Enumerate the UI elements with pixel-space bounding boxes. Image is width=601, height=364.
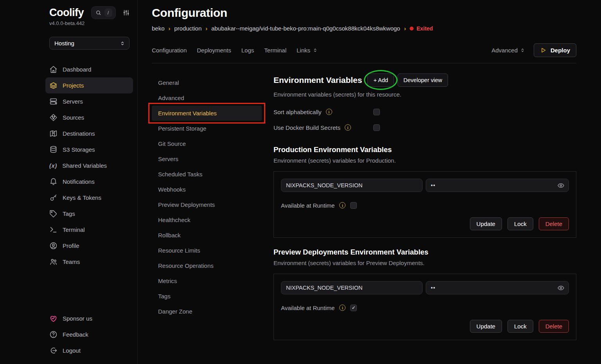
sidebar-item-tags[interactable]: Tags bbox=[45, 206, 133, 222]
sidebar-item-label: Sponsor us bbox=[63, 315, 92, 322]
breadcrumb: beko › production › abubakar--meigag/vid… bbox=[152, 25, 576, 32]
sidebar-item-label: Servers bbox=[63, 98, 83, 105]
sidebar-item-s3-storages[interactable]: S3 Storages bbox=[45, 142, 133, 158]
sidebar-item-feedback[interactable]: Feedback bbox=[45, 326, 133, 342]
sidebar-item-label: Dashboard bbox=[63, 66, 91, 73]
sidebar-item-teams[interactable]: Teams bbox=[45, 254, 133, 270]
delete-button[interactable]: Delete bbox=[539, 320, 569, 333]
sliders-icon[interactable] bbox=[123, 9, 130, 16]
subnav-item-preview-deployments[interactable]: Preview Deployments bbox=[152, 197, 262, 212]
breadcrumb-resource[interactable]: abubakar--meigag/vid-tube-beko-pro:main-… bbox=[211, 25, 400, 32]
info-icon[interactable] bbox=[339, 202, 345, 208]
terminal-icon bbox=[49, 226, 58, 234]
tab-configuration[interactable]: Configuration bbox=[152, 47, 187, 54]
available-at-runtime-row: Available at Runtime bbox=[281, 199, 569, 212]
server-icon bbox=[49, 97, 58, 106]
tab-links-label: Links bbox=[297, 47, 310, 54]
add-button[interactable]: + Add bbox=[367, 74, 394, 87]
sidebar-item-notifications[interactable]: Notifications bbox=[45, 174, 133, 190]
subnav-item-resource-operations[interactable]: Resource Operations bbox=[152, 258, 262, 273]
sidebar-item-dashboard[interactable]: Dashboard bbox=[45, 61, 133, 77]
tabs: Configuration Deployments Logs Terminal … bbox=[152, 47, 318, 54]
lock-button[interactable]: Lock bbox=[507, 217, 533, 230]
tab-terminal[interactable]: Terminal bbox=[264, 47, 286, 54]
update-button[interactable]: Update bbox=[470, 320, 502, 333]
breadcrumb-environment[interactable]: production bbox=[174, 25, 202, 32]
subnav-item-healthcheck[interactable]: Healthcheck bbox=[152, 212, 262, 228]
tab-logs[interactable]: Logs bbox=[241, 47, 254, 54]
sidebar-item-label: S3 Storages bbox=[63, 146, 95, 153]
sidebar-item-terminal[interactable]: Terminal bbox=[45, 222, 133, 238]
sort-alphabetically-checkbox[interactable] bbox=[373, 109, 380, 115]
tab-deployments[interactable]: Deployments bbox=[197, 47, 231, 54]
chevron-updown-icon bbox=[313, 48, 318, 53]
reveal-value-button[interactable] bbox=[554, 282, 567, 294]
question-circle-icon bbox=[49, 330, 58, 339]
sidebar: Coolify / v4.0.0-beta.442 Hosting Dashbo… bbox=[0, 0, 138, 364]
sidebar-item-projects[interactable]: Projects bbox=[45, 77, 133, 93]
info-icon[interactable] bbox=[326, 109, 332, 115]
subnav-item-webhooks[interactable]: Webhooks bbox=[152, 182, 262, 197]
sidebar-item-profile[interactable]: Profile bbox=[45, 238, 133, 254]
env-var-card-preview: Available at Runtime Update Lock Delete bbox=[274, 274, 576, 340]
info-icon[interactable] bbox=[339, 305, 345, 311]
docker-build-secrets-checkbox[interactable] bbox=[373, 124, 380, 131]
available-at-runtime-checkbox[interactable] bbox=[350, 305, 357, 311]
eye-icon bbox=[557, 182, 565, 189]
advanced-dropdown[interactable]: Advanced bbox=[491, 47, 525, 54]
subnav-item-git-source[interactable]: Git Source bbox=[152, 136, 262, 151]
eye-icon bbox=[557, 284, 565, 292]
sort-alphabetically-row: Sort alphabetically bbox=[274, 104, 576, 120]
sidebar-item-destinations[interactable]: Destinations bbox=[45, 126, 133, 142]
subnav-item-metrics[interactable]: Metrics bbox=[152, 273, 262, 289]
heart-hands-icon bbox=[49, 314, 58, 323]
subnav-item-scheduled-tasks[interactable]: Scheduled Tasks bbox=[152, 167, 262, 182]
update-button[interactable]: Update bbox=[470, 217, 502, 230]
chevron-right-icon: › bbox=[404, 25, 406, 32]
sidebar-item-shared-variables[interactable]: (x) Shared Variables bbox=[45, 158, 133, 174]
sidebar-item-servers[interactable]: Servers bbox=[45, 93, 133, 109]
delete-button[interactable]: Delete bbox=[539, 217, 569, 230]
sidebar-item-sources[interactable]: Sources bbox=[45, 109, 133, 126]
sidebar-item-logout[interactable]: Logout bbox=[45, 342, 133, 359]
info-icon[interactable] bbox=[345, 124, 351, 131]
team-select[interactable]: Hosting bbox=[49, 37, 130, 50]
sidebar-item-label: Feedback bbox=[63, 331, 88, 338]
subnav-item-servers[interactable]: Servers bbox=[152, 151, 262, 167]
subnav-item-tags[interactable]: Tags bbox=[152, 289, 262, 304]
subnav-item-rollback[interactable]: Rollback bbox=[152, 228, 262, 243]
env-key-input[interactable] bbox=[281, 281, 423, 294]
env-value-input[interactable] bbox=[426, 179, 569, 192]
bell-icon bbox=[49, 178, 58, 186]
subnav-item-advanced[interactable]: Advanced bbox=[152, 90, 262, 106]
lock-button[interactable]: Lock bbox=[507, 320, 533, 333]
available-at-runtime-row: Available at Runtime bbox=[281, 301, 569, 314]
subnav-item-environment-variables[interactable]: Environment Variables bbox=[152, 106, 262, 121]
sidebar-item-keys-tokens[interactable]: Keys & Tokens bbox=[45, 190, 133, 206]
developer-view-button[interactable]: Developer view bbox=[398, 74, 448, 87]
sidebar-nav: Dashboard Projects Servers Sources Desti… bbox=[49, 61, 130, 270]
sidebar-item-label: Notifications bbox=[63, 178, 95, 185]
environment-variables-panel: Environment Variables + Add Developer vi… bbox=[274, 74, 576, 356]
tab-links[interactable]: Links bbox=[297, 47, 318, 54]
variable-icon: (x) bbox=[49, 163, 57, 169]
available-at-runtime-checkbox[interactable] bbox=[350, 202, 357, 209]
subnav-item-resource-limits[interactable]: Resource Limits bbox=[152, 243, 262, 258]
docker-build-secrets-label: Use Docker Build Secrets bbox=[274, 124, 340, 131]
env-key-input[interactable] bbox=[281, 179, 423, 192]
breadcrumb-team[interactable]: beko bbox=[152, 25, 165, 32]
reveal-value-button[interactable] bbox=[554, 179, 567, 191]
sidebar-item-sponsor-us[interactable]: Sponsor us bbox=[45, 310, 133, 326]
sidebar-item-label: Tags bbox=[63, 210, 75, 217]
subnav-item-persistent-storage[interactable]: Persistent Storage bbox=[152, 121, 262, 136]
subnav-item-label: Environment Variables bbox=[158, 110, 217, 117]
search-shortcut-key: / bbox=[104, 9, 112, 17]
subnav-item-general[interactable]: General bbox=[152, 75, 262, 90]
env-value-input[interactable] bbox=[426, 281, 569, 294]
preview-section-title: Preview Deployments Environment Variable… bbox=[274, 248, 576, 256]
deploy-button[interactable]: Deploy bbox=[534, 43, 576, 57]
team-select-value: Hosting bbox=[54, 40, 74, 47]
search-button[interactable]: / bbox=[91, 6, 116, 19]
subnav-item-danger-zone[interactable]: Danger Zone bbox=[152, 304, 262, 319]
user-circle-icon bbox=[49, 242, 58, 250]
